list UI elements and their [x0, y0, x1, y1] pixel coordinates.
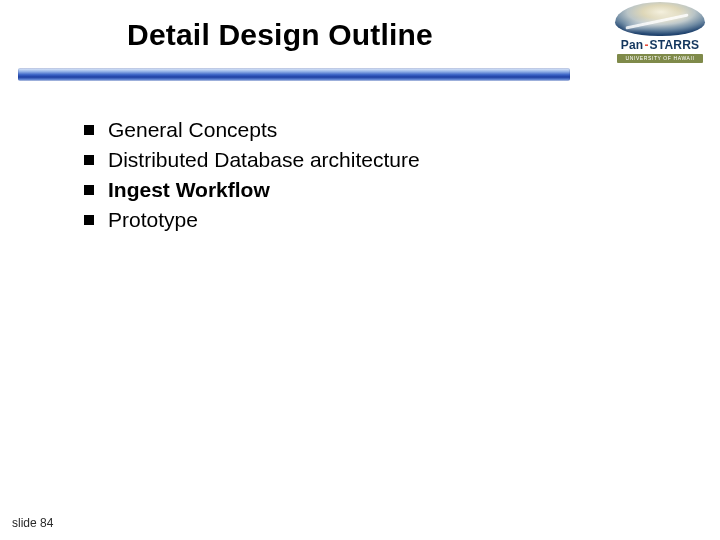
logo-brand: Pan-STARRS	[612, 38, 708, 52]
logo-brand-right: STARRS	[650, 38, 700, 52]
bullet-icon	[84, 215, 94, 225]
slide: Detail Design Outline Pan-STARRS UNIVERS…	[0, 0, 720, 540]
list-item: Ingest Workflow	[84, 178, 420, 202]
list-item-label: Distributed Database architecture	[108, 148, 420, 172]
logo-sky-icon	[615, 2, 705, 36]
list-item-label: Ingest Workflow	[108, 178, 270, 202]
list-item-label: General Concepts	[108, 118, 277, 142]
list-item: Prototype	[84, 208, 420, 232]
list-item: General Concepts	[84, 118, 420, 142]
list-item: Distributed Database architecture	[84, 148, 420, 172]
bullet-list: General Concepts Distributed Database ar…	[84, 118, 420, 238]
logo-subbar: UNIVERSITY OF HAWAII	[617, 54, 703, 63]
bullet-icon	[84, 125, 94, 135]
logo-brand-left: Pan	[621, 38, 644, 52]
logo: Pan-STARRS UNIVERSITY OF HAWAII	[612, 2, 708, 62]
slide-title: Detail Design Outline	[0, 18, 560, 52]
title-separator	[18, 68, 570, 81]
slide-number: slide 84	[12, 516, 53, 530]
bullet-icon	[84, 185, 94, 195]
list-item-label: Prototype	[108, 208, 198, 232]
bullet-icon	[84, 155, 94, 165]
